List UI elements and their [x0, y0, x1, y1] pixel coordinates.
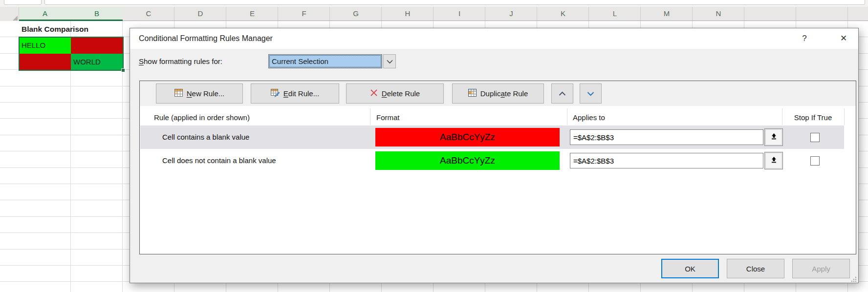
apply-button[interactable]: Apply: [792, 259, 850, 278]
select-all-triangle-icon: [13, 16, 18, 21]
rules-area: New Rule... Edit Rule... Delete Rule Dup…: [139, 81, 856, 254]
column-header-L[interactable]: L: [589, 7, 641, 21]
dialog-title: Conditional Formatting Rules Manager: [139, 28, 273, 49]
stop-if-true-checkbox[interactable]: [810, 133, 820, 142]
ok-button[interactable]: OK: [661, 259, 719, 278]
header-separator: [782, 108, 782, 125]
new-rule-button[interactable]: New Rule...: [156, 83, 243, 104]
close-button[interactable]: Close: [727, 259, 784, 278]
header-separator: [567, 108, 567, 125]
chevron-down-icon: [587, 89, 594, 98]
applies-to-input[interactable]: [570, 153, 763, 168]
delete-rule-button[interactable]: Delete Rule: [346, 83, 444, 104]
column-header-M[interactable]: M: [641, 7, 693, 21]
excel-window: ABCDEFGHIJKLMN 12345678910111213141516 B…: [0, 0, 868, 292]
rule-row-not-blank[interactable]: Cell does not contain a blank value AaBb…: [140, 149, 844, 172]
column-header-format: Format: [376, 110, 400, 125]
dropdown-button[interactable]: [383, 54, 396, 68]
column-header-C[interactable]: C: [123, 7, 174, 21]
formula-bar[interactable]: [44, 0, 865, 5]
cf-rules-manager-dialog: Conditional Formatting Rules Manager ? ✕…: [130, 28, 859, 283]
format-preview-swatch: AaBbCcYyZz: [375, 151, 560, 170]
collapse-dialog-button[interactable]: [764, 152, 783, 169]
cell-a1[interactable]: Blank Comparison: [19, 21, 127, 37]
rule-description: Cell contains a blank value: [162, 125, 249, 149]
name-box[interactable]: [4, 0, 42, 5]
column-header-J[interactable]: J: [485, 7, 537, 21]
edit-rule-pencil-icon: [271, 89, 280, 99]
move-rule-down-button[interactable]: [580, 83, 602, 104]
help-icon[interactable]: ?: [794, 28, 815, 49]
rule-description: Cell does not contain a blank value: [162, 149, 276, 172]
new-rule-table-icon: [174, 89, 183, 98]
duplicate-rule-label: Duplicate Rule: [480, 89, 528, 98]
selection-border: [19, 37, 124, 71]
rule-row-blank[interactable]: Cell contains a blank value AaBbCcYyZz: [140, 125, 844, 149]
column-header-K[interactable]: K: [537, 7, 589, 21]
collapse-range-arrow-icon: [770, 133, 778, 142]
formula-bar-strip: [0, 0, 868, 7]
chevron-down-icon: [387, 57, 393, 66]
delete-rule-label: Delete Rule: [382, 89, 420, 98]
dialog-titlebar[interactable]: Conditional Formatting Rules Manager ? ✕: [130, 28, 858, 49]
collapse-range-arrow-icon: [770, 156, 778, 166]
duplicate-rule-button[interactable]: Duplicate Rule: [452, 83, 544, 104]
column-header-applies-to: Applies to: [573, 110, 605, 125]
column-header-rule: Rule (applied in order shown): [154, 110, 250, 125]
header-separator: [370, 108, 370, 125]
column-header-H[interactable]: H: [382, 7, 434, 21]
collapse-dialog-button[interactable]: [764, 128, 783, 146]
header-separator: [844, 108, 845, 125]
column-header-N[interactable]: N: [693, 7, 744, 21]
edit-rule-label: Edit Rule...: [283, 89, 319, 98]
delete-rule-x-icon: [370, 89, 378, 98]
column-header-I[interactable]: I: [434, 7, 485, 21]
fill-handle[interactable]: [121, 68, 125, 72]
close-icon[interactable]: ✕: [833, 28, 854, 49]
chevron-up-icon: [559, 89, 566, 98]
column-header-stop-if-true: Stop If True: [782, 110, 844, 125]
column-header-F[interactable]: F: [278, 7, 330, 21]
edit-rule-button[interactable]: Edit Rule...: [251, 83, 339, 104]
move-rule-up-button[interactable]: [551, 83, 573, 104]
column-header-B[interactable]: B: [71, 7, 123, 21]
column-header-D[interactable]: D: [174, 7, 226, 21]
show-rules-label: Show formatting rules for:: [139, 54, 222, 68]
column-header-E[interactable]: E: [226, 7, 278, 21]
applies-to-input[interactable]: [570, 129, 763, 145]
format-preview-swatch: AaBbCcYyZz: [375, 128, 560, 146]
stop-if-true-checkbox[interactable]: [810, 156, 820, 166]
resize-grip[interactable]: [851, 275, 857, 281]
column-header-A[interactable]: A: [19, 7, 71, 21]
column-header-G[interactable]: G: [330, 7, 382, 21]
new-rule-label: New Rule...: [187, 89, 225, 98]
show-rules-dropdown[interactable]: Current Selection: [268, 54, 382, 68]
duplicate-rule-table-icon: [468, 89, 477, 98]
